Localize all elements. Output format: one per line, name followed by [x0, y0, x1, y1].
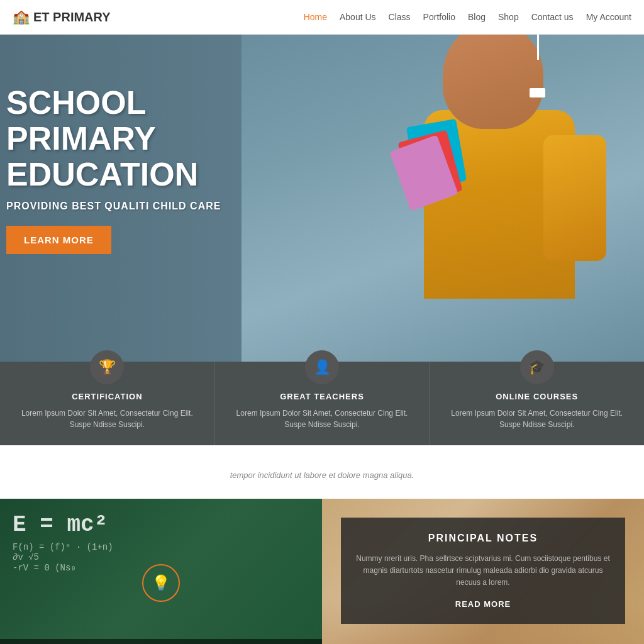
nav-portfolio[interactable]: Portfolio [423, 12, 455, 22]
tagline-text: tempor incididunt ut labore et dolore ma… [13, 470, 631, 480]
certification-desc: Lorem Ipsum Dolor Sit Amet, Consectetur … [13, 408, 202, 430]
lightbulb-icon: 💡 [142, 564, 180, 602]
nav-shop[interactable]: Shop [498, 12, 519, 22]
child-head [443, 35, 543, 129]
hero-title: SCHOOL PRIMARY EDUCATION [6, 85, 270, 193]
hero-content: SCHOOL PRIMARY EDUCATION PROVIDING BEST … [6, 85, 270, 254]
principal-notes-desc: Nummy nrerit uris. Pha sellrtsce sciptva… [356, 553, 610, 589]
content-left: E = mc² F(n) = (f)ⁿ · (1+n)∂v √5-rV = 0 … [0, 499, 322, 644]
nav-class[interactable]: Class [389, 12, 411, 22]
chalk-formula: E = mc² [13, 511, 309, 538]
site-header: 🏫 ET PRIMARY Home About Us Class Portfol… [0, 0, 644, 35]
logo[interactable]: 🏫 ET PRIMARY [13, 9, 111, 25]
nav-home[interactable]: Home [304, 12, 327, 22]
tassel-end [530, 88, 545, 97]
nav-contact[interactable]: Contact us [531, 12, 574, 22]
teachers-icon: 👤 [305, 350, 339, 384]
tassel-string [537, 35, 539, 60]
principal-notes-box: PRINCIPAL NOTES Nummy nrerit uris. Pha s… [341, 518, 625, 624]
hero-image-area [242, 35, 644, 362]
teachers-desc: Lorem Ipsum Dolor Sit Amet, Consectetur … [228, 408, 417, 430]
principal-notes-title: PRINCIPAL NOTES [356, 533, 610, 544]
nav-about[interactable]: About Us [340, 12, 376, 22]
logo-icon: 🏫 [13, 9, 30, 25]
backpack [543, 135, 606, 261]
logo-text: ET PRIMARY [33, 10, 111, 25]
courses-icon: 🎓 [520, 350, 554, 384]
content-right: PRINCIPAL NOTES Nummy nrerit uris. Pha s… [322, 499, 644, 644]
chalk-bottom: CREATIVE Nummy nrerit uris. Pha sellrtsc… [0, 639, 322, 644]
read-more-link[interactable]: READ MORE [356, 599, 610, 609]
nav-blog[interactable]: Blog [468, 12, 486, 22]
hero-subtitle: PROVIDING BEST QUALITI CHILD CARE [6, 201, 270, 212]
feature-certification: 🏆 CERTIFICATION Lorem Ipsum Dolor Sit Am… [0, 362, 215, 445]
tagline-section: tempor incididunt ut labore et dolore ma… [0, 445, 644, 492]
certification-icon: 🏆 [90, 350, 124, 384]
child-figure [392, 35, 606, 299]
feature-teachers: 👤 GREAT TEACHERS Lorem Ipsum Dolor Sit A… [215, 362, 430, 445]
hero-section: SCHOOL PRIMARY EDUCATION PROVIDING BEST … [0, 35, 644, 362]
courses-desc: Lorem Ipsum Dolor Sit Amet, Consectetur … [442, 408, 631, 430]
main-nav: Home About Us Class Portfolio Blog Shop … [304, 12, 631, 22]
features-bar: 🏆 CERTIFICATION Lorem Ipsum Dolor Sit Am… [0, 362, 644, 445]
nav-account[interactable]: My Account [586, 12, 631, 22]
content-row: E = mc² F(n) = (f)ⁿ · (1+n)∂v √5-rV = 0 … [0, 499, 644, 644]
courses-title: ONLINE COURSES [442, 392, 631, 401]
teachers-title: GREAT TEACHERS [228, 392, 417, 401]
feature-courses: 🎓 ONLINE COURSES Lorem Ipsum Dolor Sit A… [430, 362, 644, 445]
certification-title: CERTIFICATION [13, 392, 202, 401]
learn-more-button[interactable]: LEARN MORE [6, 226, 111, 254]
